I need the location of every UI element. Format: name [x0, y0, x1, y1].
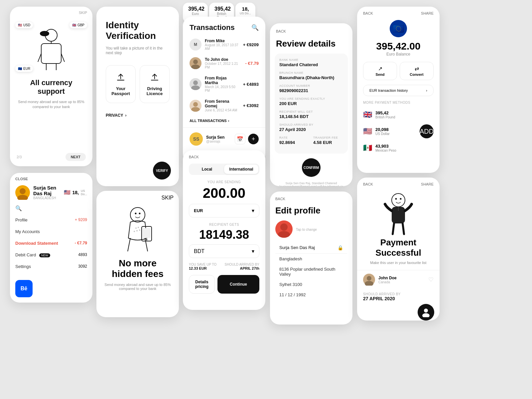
continue-button[interactable]: Continue — [217, 275, 259, 294]
edit-profile-title: Edit profile — [270, 205, 352, 220]
next-button[interactable]: NEXT — [66, 153, 86, 161]
add-currency-button[interactable]: ADD — [420, 124, 434, 138]
edit-avatar — [275, 220, 293, 238]
send-button[interactable]: ↗ Send — [363, 62, 397, 80]
share-button[interactable]: SHARE — [421, 182, 434, 186]
skip-button[interactable]: SKIP — [79, 11, 87, 15]
add-transaction-button[interactable]: + — [248, 134, 259, 144]
name-field[interactable]: Surja Sen Das Raj 🔒 — [275, 242, 347, 254]
screen-identity-verification: Identity Verification You will take a pi… — [96, 7, 179, 186]
bdt-selector[interactable]: BDT ▾ — [189, 244, 259, 258]
back-button[interactable]: BACK — [275, 197, 285, 201]
tx-date-1: August 10, 2017 10:37 AM — [205, 43, 240, 51]
balance-label: Euro Balance — [357, 52, 440, 57]
id-title: Identity Verification — [106, 20, 170, 41]
sending-value: 200 EUR — [279, 101, 343, 106]
save-row: YOU SAVE UP TO 12.33 EUR SHOULD ARRIVED … — [183, 263, 265, 275]
tx-name-3: From Rojas Martha — [205, 76, 240, 85]
verify-button[interactable]: VERIFY — [153, 162, 171, 180]
svg-point-11 — [193, 80, 198, 85]
history-row[interactable]: EUR transaction history › — [363, 85, 434, 96]
back-button[interactable]: BACK — [363, 11, 373, 15]
profile-country: BANGLADESH — [33, 196, 61, 200]
mxn-item: 🇲🇽 43,903 Mexican Peso — [363, 141, 434, 155]
tx-date-3: March 14, 2019 5:50 PM — [205, 85, 240, 92]
favourite-row: John Doe Canada ♡ — [357, 270, 440, 289]
currency-selector[interactable]: EUR ▾ — [189, 204, 259, 217]
back-button[interactable]: BACK — [276, 29, 286, 33]
back-button[interactable]: BACK — [189, 155, 199, 159]
person-illustration-2 — [96, 205, 179, 258]
history-arrow: › — [426, 88, 427, 92]
screen-currency-support: SKIP 🇺🇸 USD 🇬🇧 GBP 🇪🇺 EUR All currency s… — [10, 7, 92, 166]
skip-button[interactable]: SKIP — [162, 195, 174, 201]
back-button[interactable]: BACK — [363, 182, 373, 186]
svg-point-14 — [191, 107, 200, 112]
licence-option[interactable]: Driving Licence — [140, 65, 170, 103]
review-detail-card: BANK NAME Standard Chatered BRUNCH NAME … — [275, 54, 348, 154]
usd-name: US Dollar — [375, 132, 416, 136]
tab-local[interactable]: Local — [190, 165, 224, 174]
screen-no-hidden-fees: SKIP No more hidden fees Send money abro… — [96, 191, 179, 317]
all-transactions-link[interactable]: ALL TRANSACTIONS › — [183, 115, 265, 126]
person-illustration — [35, 27, 68, 70]
screen-review-details: BACK Review details BANK NAME Standard C… — [270, 23, 352, 186]
svg-point-12 — [191, 85, 200, 90]
tab-international[interactable]: International — [224, 165, 258, 174]
menu-item-download[interactable]: Download Statement - €7.79 — [10, 237, 92, 249]
fee-label: TRANSFER FEE — [313, 136, 343, 139]
screen-eur-balance: BACK SHARE 🇪🇺 395,42.00 Euro Balance ↗ S… — [357, 7, 440, 173]
behance-button[interactable]: Bē — [15, 280, 33, 297]
success-illustration — [357, 191, 440, 237]
privacy-link[interactable]: PRIVACY › — [106, 113, 170, 118]
eur-flag: 🇪🇺 — [18, 67, 22, 70]
surja-avatar: SS — [190, 132, 203, 146]
tap-change[interactable]: Tap to change — [296, 228, 317, 231]
svg-point-26 — [138, 227, 139, 228]
svg-point-31 — [278, 231, 290, 238]
convert-button[interactable]: ⇄ Convert — [400, 62, 434, 80]
menu-item-accounts[interactable]: My Accounts — [10, 226, 92, 237]
licence-label: Driving Licence — [144, 86, 165, 96]
usd-badge: 🇺🇸 USD — [15, 22, 33, 28]
bottom-action-row: Details pricing Continue — [183, 275, 265, 294]
svg-point-18 — [135, 213, 137, 214]
svg-point-30 — [280, 223, 288, 231]
tx-amount-4: + €3092 — [243, 103, 259, 108]
search-icon[interactable]: 🔍 — [251, 24, 259, 31]
close-button[interactable]: CLOSE — [15, 177, 28, 181]
dob-field: 11 / 12 / 1992 — [275, 290, 347, 300]
screen-edit-profile: BACK Edit profile Tap to change Surja Se… — [270, 192, 352, 325]
share-button[interactable]: SHARE — [421, 11, 434, 15]
menu-item-settings[interactable]: Settings 3092 — [10, 261, 92, 272]
id-desc: You will take a picture of it in the nex… — [106, 46, 170, 55]
partial-amount: 18, — [72, 190, 79, 195]
svg-point-3 — [40, 31, 49, 36]
tx-amount-3: + €4893 — [243, 82, 259, 87]
usd-flag: 🇺🇸 — [363, 127, 372, 136]
gbp-amount: 395,42 — [214, 6, 229, 12]
arrived-value: APRIL 27th — [225, 266, 259, 270]
confirm-button[interactable]: CONFIRM — [302, 158, 321, 177]
bank-name-label: BANK NAME — [279, 58, 343, 62]
send-icon: ↗ — [367, 66, 393, 72]
passport-option[interactable]: Your Passport — [106, 65, 136, 103]
sending-amount: 200.00 — [183, 185, 265, 201]
search-icon-menu[interactable]: 🔍 — [15, 205, 22, 211]
licence-upload-icon — [149, 72, 160, 83]
svg-point-16 — [17, 195, 28, 200]
svg-point-25 — [135, 227, 137, 229]
confirm-note: Surja Sen Das Raj, Standard Chatered (su… — [270, 182, 352, 186]
dropdown-icon: ▾ — [252, 248, 254, 254]
mxn-amount: 43,903 — [375, 144, 434, 149]
menu-item-debit[interactable]: Debit Card NEW 4893 — [10, 249, 92, 261]
menu-item-profile[interactable]: Profile + 9209 — [10, 214, 92, 226]
favourite-button[interactable]: ♡ — [428, 276, 434, 283]
details-pricing-button[interactable]: Details pricing — [189, 275, 215, 294]
sending-label: YOU ARE SENDING — [183, 180, 265, 184]
screen-transactions: Transactions 🔍 M From Mike August 10, 20… — [183, 17, 265, 163]
gbp-amount: 395,42 — [375, 110, 434, 115]
id-options: Your Passport Driving Licence — [106, 65, 170, 103]
bank-name-value: Standard Chatered — [279, 62, 343, 67]
calendar-icon[interactable]: 📅 — [235, 134, 245, 144]
